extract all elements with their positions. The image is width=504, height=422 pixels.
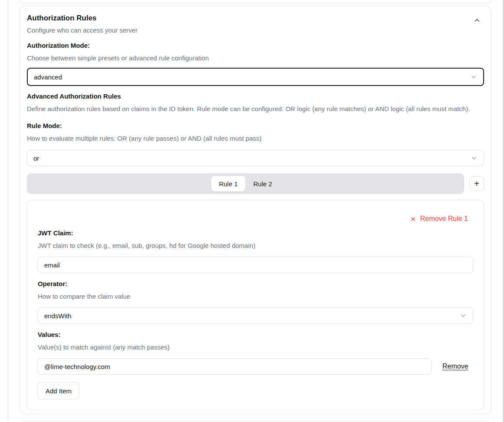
operator-description: How to compare the claim value (38, 292, 473, 301)
value-input[interactable] (38, 358, 432, 375)
authorization-mode-select[interactable]: advanced (27, 68, 484, 86)
jwt-claim-label: JWT Claim: (38, 229, 473, 237)
card-header: Authorization Rules Configure who can ac… (27, 13, 484, 35)
authorization-rules-card: Authorization Rules Configure who can ac… (20, 6, 491, 414)
operator-select[interactable]: endsWith (38, 307, 473, 324)
add-item-button[interactable]: Add Item (38, 382, 79, 399)
remove-rule-button[interactable]: ✕ Remove Rule 1 (410, 215, 473, 223)
jwt-claim-description: JWT claim to check (e.g., email, sub, gr… (38, 241, 473, 250)
operator-label: Operator: (38, 280, 473, 288)
rule-mode-select[interactable]: or (27, 150, 484, 166)
collapse-section-button[interactable] (471, 14, 483, 26)
plus-icon: + (474, 179, 479, 188)
rule-tabs-row: Rule 1 Rule 2 + (27, 173, 484, 194)
advanced-rules-heading: Advanced Authorization Rules (27, 92, 484, 101)
values-label: Values: (38, 330, 473, 339)
chevron-down-icon (471, 155, 478, 162)
authorization-mode-value: advanced (34, 73, 62, 81)
rule-mode-label: Rule Mode: (27, 122, 484, 130)
remove-rule-label: Remove Rule 1 (420, 215, 468, 223)
panel-left-border (8, 0, 8, 422)
chevron-up-icon (474, 17, 481, 24)
chevron-down-icon (470, 73, 477, 80)
x-icon: ✕ (410, 216, 416, 222)
jwt-claim-input[interactable] (38, 257, 473, 273)
previous-card-edge (20, 0, 491, 3)
authorization-mode-description: Choose between simple presets or advance… (27, 54, 484, 63)
chevron-down-icon (460, 312, 467, 319)
card-title: Authorization Rules (27, 13, 484, 23)
value-item-row: Remove (38, 358, 473, 375)
operator-value: endsWith (44, 312, 72, 320)
remove-value-link[interactable]: Remove (442, 363, 468, 370)
card-subtitle: Configure who can access your server (27, 26, 484, 35)
advanced-rules-description: Define authorization rules based on clai… (27, 105, 484, 113)
add-rule-button[interactable]: + (469, 176, 484, 191)
rule-tabs-list: Rule 1 Rule 2 (27, 173, 464, 194)
tab-rule-1[interactable]: Rule 1 (211, 176, 245, 191)
authorization-mode-label: Authorization Mode: (27, 41, 484, 50)
rule-mode-value: or (33, 155, 39, 162)
tab-rule-2[interactable]: Rule 2 (245, 176, 280, 191)
rule-mode-description: How to evaluate multiple rules: OR (any … (27, 134, 484, 143)
values-description: Value(s) to match against (any match pas… (38, 343, 473, 352)
remove-rule-row: ✕ Remove Rule 1 (38, 215, 473, 223)
rule-1-panel: ✕ Remove Rule 1 JWT Claim: JWT claim to … (27, 200, 484, 410)
